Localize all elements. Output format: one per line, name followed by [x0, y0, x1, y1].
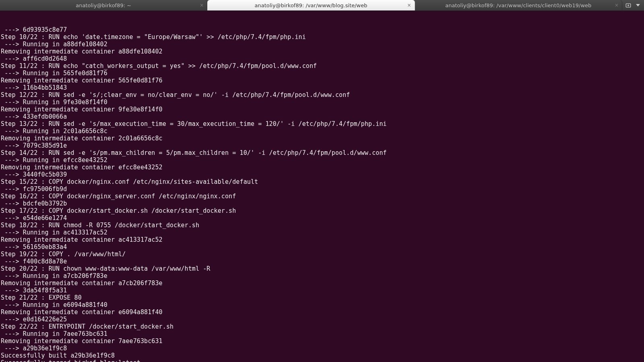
output-line: Step 13/22 : RUN sed -e 's/max_execution…	[1, 120, 642, 128]
tab-0[interactable]: anatoliy@birkof89: ~ ×	[0, 0, 207, 10]
output-line: ---> fc975006fb9d	[1, 185, 642, 193]
output-line: Removing intermediate container 565fe0d8…	[1, 77, 642, 84]
output-line: ---> Running in a7cb206f783e	[1, 272, 642, 280]
tab-2[interactable]: anatoliy@birkof89: /var/www/clients/clie…	[415, 0, 622, 10]
output-line: ---> bdcfe0b3792b	[1, 200, 642, 207]
output-line: Successfully tagged birkof_blog:latest	[1, 359, 642, 362]
output-line: Removing intermediate container 7aee763b…	[1, 337, 642, 345]
output-line: ---> f400c8d8a78e	[1, 258, 642, 265]
output-line: ---> e54de66e1274	[1, 214, 642, 222]
output-line: Step 17/22 : COPY docker/start_docker.sh…	[1, 207, 642, 214]
tab-1[interactable]: anatoliy@birkof89: /var/www/blog.site/we…	[207, 0, 415, 10]
tab-title: anatoliy@birkof89: /var/www/blog.site/we…	[255, 2, 367, 8]
output-line: ---> Running in 7aee763bc631	[1, 330, 642, 337]
terminal-output: ---> 6d93935c8e77Step 10/22 : RUN echo '…	[1, 26, 642, 362]
output-line: ---> Running in efcc8ee43252	[1, 156, 642, 164]
tab-actions	[622, 0, 644, 10]
output-line: Removing intermediate container efcc8ee4…	[1, 164, 642, 171]
close-icon[interactable]: ×	[615, 2, 619, 8]
output-line: Step 10/22 : RUN echo 'date.timezone = "…	[1, 33, 642, 41]
output-line: ---> 561650eb83a4	[1, 243, 642, 251]
output-line: Step 12/22 : RUN sed -e 's/;clear_env = …	[1, 91, 642, 99]
output-line: ---> Running in 2c01a6656c8c	[1, 128, 642, 135]
output-line: ---> 7079c385d91e	[1, 142, 642, 149]
output-line: ---> 116b4bb51843	[1, 84, 642, 91]
tab-title: anatoliy@birkof89: ~	[76, 2, 131, 8]
tab-bar: anatoliy@birkof89: ~ × anatoliy@birkof89…	[0, 0, 644, 11]
output-line: Removing intermediate container e6094a88…	[1, 309, 642, 316]
output-line: Step 19/22 : COPY . /var/www/html/	[1, 251, 642, 258]
output-line: Step 11/22 : RUN echo "catch_workers_out…	[1, 62, 642, 70]
output-line: ---> aff6cd0d2648	[1, 55, 642, 62]
output-line: ---> Running in 9fe30e8f14f0	[1, 99, 642, 106]
output-line: Step 14/22 : RUN sed -e 's/pm.max_childr…	[1, 149, 642, 156]
output-line: ---> 3440f0c5b039	[1, 171, 642, 178]
output-line: Step 15/22 : COPY docker/nginx.conf /etc…	[1, 178, 642, 185]
output-line: Step 21/22 : EXPOSE 80	[1, 294, 642, 301]
output-line: Step 18/22 : RUN chmod -R 0755 /docker/s…	[1, 222, 642, 229]
close-icon[interactable]: ×	[200, 2, 204, 8]
output-line: Removing intermediate container a7cb206f…	[1, 280, 642, 287]
output-line: ---> Running in a88dfe108402	[1, 41, 642, 48]
output-line: Step 20/22 : RUN chown www-data:www-data…	[1, 265, 642, 272]
output-line: Removing intermediate container 9fe30e8f…	[1, 106, 642, 113]
output-line: ---> a29b36e1f9c8	[1, 345, 642, 352]
output-line: ---> Running in ac413317ac52	[1, 229, 642, 236]
tab-title: anatoliy@birkof89: /var/www/clients/clie…	[445, 2, 591, 8]
output-line: Removing intermediate container a88dfe10…	[1, 48, 642, 55]
output-line: Step 16/22 : COPY docker/nginx_server.co…	[1, 193, 642, 200]
output-line: ---> 6d93935c8e77	[1, 26, 642, 33]
output-line: Successfully built a29b36e1f9c8	[1, 352, 642, 359]
output-line: ---> 3da54f8f5a31	[1, 287, 642, 294]
new-tab-icon[interactable]	[625, 2, 632, 9]
output-line: Removing intermediate container 2c01a665…	[1, 135, 642, 142]
terminal[interactable]: ---> 6d93935c8e77Step 10/22 : RUN echo '…	[0, 11, 644, 362]
output-line: ---> Running in e6094a881f40	[1, 301, 642, 309]
output-line: Step 22/22 : ENTRYPOINT /docker/start_do…	[1, 323, 642, 330]
output-line: ---> e0d164226e25	[1, 316, 642, 323]
output-line: ---> 433efdb0066a	[1, 113, 642, 120]
output-line: Removing intermediate container ac413317…	[1, 236, 642, 243]
close-icon[interactable]: ×	[407, 2, 411, 8]
menu-chevron-down-icon[interactable]	[634, 2, 642, 9]
output-line: ---> Running in 565fe0d81f76	[1, 70, 642, 77]
